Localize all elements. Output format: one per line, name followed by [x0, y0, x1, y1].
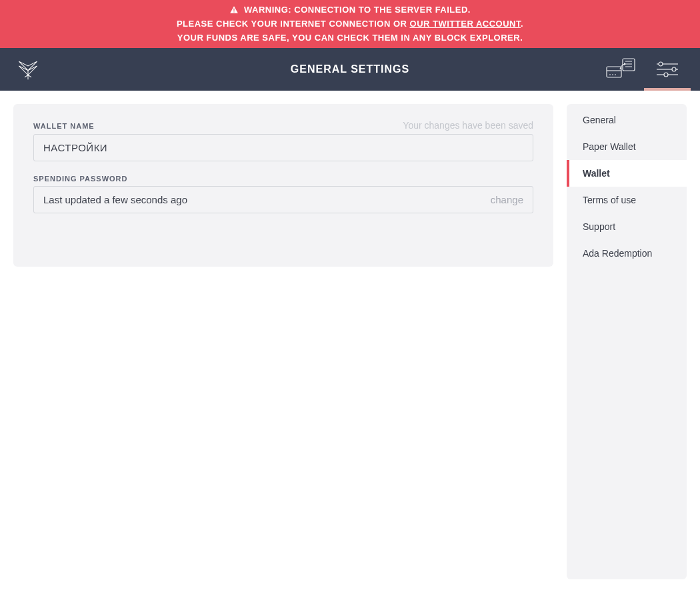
sidebar-item-terms-of-use[interactable]: Terms of use [567, 187, 687, 213]
svg-rect-2 [607, 67, 621, 77]
svg-point-7 [672, 67, 676, 71]
wallet-name-field-group: WALLET NAME Your changes have been saved [33, 120, 533, 161]
warning-banner: WARNING: CONNECTION TO THE SERVER FAILED… [0, 0, 700, 48]
warning-line3-text: YOUR FUNDS ARE SAFE, YOU CAN CHECK THEM … [0, 31, 700, 45]
warning-line2-post: . [521, 19, 523, 29]
header-actions [597, 48, 691, 91]
content-area: WALLET NAME Your changes have been saved… [0, 91, 700, 592]
warning-line2-pre: PLEASE CHECK YOUR INTERNET CONNECTION OR [177, 19, 410, 29]
warning-line1-text: WARNING: CONNECTION TO THE SERVER FAILED… [244, 3, 471, 17]
sidebar-item-paper-wallet[interactable]: Paper Wallet [567, 133, 687, 160]
spending-password-box: Last updated a few seconds ago change [33, 186, 533, 213]
warning-line2: PLEASE CHECK YOUR INTERNET CONNECTION OR… [0, 17, 700, 31]
main-panel: WALLET NAME Your changes have been saved… [0, 91, 560, 592]
settings-sliders-icon[interactable] [644, 48, 691, 91]
change-password-link[interactable]: change [491, 194, 523, 205]
sidebar-item-support[interactable]: Support [567, 213, 687, 240]
sidebar-item-wallet[interactable]: Wallet [567, 160, 687, 187]
sidebar-item-general[interactable]: General [567, 104, 687, 133]
saved-message: Your changes have been saved [403, 120, 533, 131]
svg-rect-0 [233, 8, 234, 11]
svg-point-5 [659, 62, 663, 66]
twitter-account-link[interactable]: OUR TWITTER ACCOUNT [410, 19, 521, 29]
page-title: GENERAL SETTINGS [291, 63, 409, 75]
wallets-icon[interactable] [597, 48, 644, 91]
wallet-name-label: WALLET NAME [33, 122, 95, 130]
sidebar-item-ada-redemption[interactable]: Ada Redemption [567, 240, 687, 267]
app-header: GENERAL SETTINGS [0, 48, 700, 91]
spending-password-label: SPENDING PASSWORD [33, 175, 127, 183]
spending-password-status: Last updated a few seconds ago [43, 194, 187, 205]
nav-list: General Paper Wallet Wallet Terms of use… [567, 104, 687, 579]
settings-sidebar: General Paper Wallet Wallet Terms of use… [560, 91, 700, 592]
svg-point-9 [664, 73, 668, 77]
warning-icon [229, 5, 239, 15]
spending-password-field-group: SPENDING PASSWORD Last updated a few sec… [33, 175, 533, 213]
svg-rect-1 [233, 11, 234, 12]
wallet-name-input[interactable] [33, 134, 533, 161]
app-logo-icon[interactable] [17, 58, 39, 81]
settings-card: WALLET NAME Your changes have been saved… [13, 104, 553, 267]
